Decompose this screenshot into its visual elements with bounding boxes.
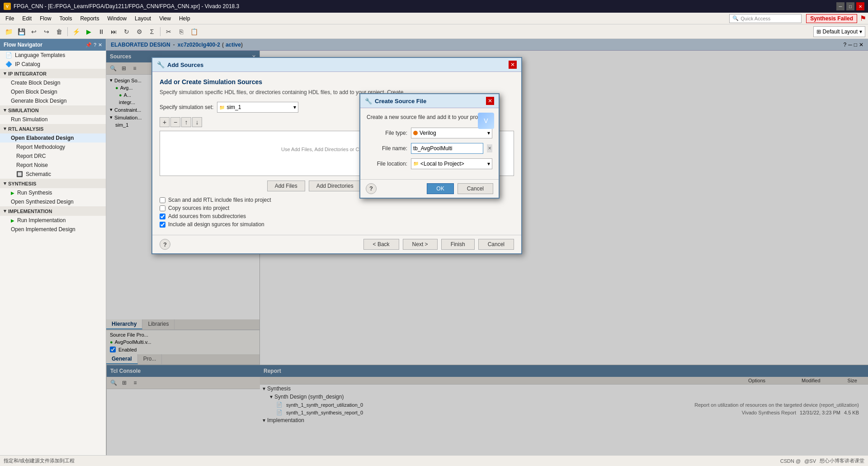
add-sources-close-btn[interactable]: ✕: [509, 61, 517, 69]
sim-set-dropdown[interactable]: 📁 sim_1 ▾: [217, 102, 298, 113]
menu-reports[interactable]: Reports: [76, 14, 103, 23]
ok-button[interactable]: OK: [427, 183, 453, 194]
create-help-btn[interactable]: ?: [366, 183, 377, 194]
create-source-close-btn[interactable]: ✕: [486, 97, 494, 105]
chevron-down-icon: ▾: [4, 71, 6, 76]
toolbar-run-all-btn[interactable]: ⚡: [70, 26, 82, 38]
add-files-button[interactable]: Add Files: [267, 181, 305, 191]
sidebar-item-run-synthesis[interactable]: ▶ Run Synthesis: [0, 188, 106, 197]
status-right-area: CSDN @ @SV 想心小博客讲者课堂: [780, 457, 864, 464]
file-location-dropdown[interactable]: 📁 <Local to Project> ▾: [411, 158, 492, 169]
flow-nav-pin[interactable]: 📌: [85, 42, 92, 48]
sidebar-item-run-sim[interactable]: Run Simulation: [0, 115, 106, 124]
menu-layout[interactable]: Layout: [131, 14, 155, 23]
back-button[interactable]: < Back: [363, 239, 399, 250]
add-sources-subtitle: Add or Create Simulation Sources: [160, 78, 514, 86]
menu-help[interactable]: Help: [175, 14, 194, 23]
status-bar: 指定和/或创建源文件添加到工程 CSDN @ @SV 想心小博客讲者课堂: [0, 455, 868, 466]
move-down-btn[interactable]: ↓: [192, 117, 202, 127]
opt-include-all: Include all design sgurces for simulatio…: [160, 220, 514, 228]
add-subdirs-label: Add sources from subdirectories: [168, 213, 246, 219]
file-name-clear-btn[interactable]: ✕: [487, 144, 492, 152]
sidebar-item-open-block[interactable]: Open Block Design: [0, 87, 106, 96]
add-file-btn[interactable]: +: [160, 117, 170, 127]
sidebar-item-gen-block[interactable]: Generate Block Design: [0, 96, 106, 105]
file-location-label: File location:: [367, 161, 407, 167]
toolbar-open-btn[interactable]: 📁: [3, 26, 14, 38]
toolbar-undo-btn[interactable]: ↩: [28, 26, 40, 38]
menu-flow[interactable]: Flow: [36, 14, 55, 23]
toolbar-settings-btn[interactable]: ⚙: [133, 26, 145, 38]
sidebar-item-open-synth[interactable]: Open Synthesized Design: [0, 197, 106, 206]
minimize-button[interactable]: ─: [836, 2, 844, 10]
quick-access-search[interactable]: 🔍 Quick Access: [729, 14, 802, 23]
flow-nav-close[interactable]: ✕: [98, 42, 102, 48]
add-subdirs-checkbox[interactable]: [160, 214, 165, 219]
chevron-down-icon3: ▾: [4, 126, 6, 132]
simulation-label: SIMULATION: [8, 108, 39, 113]
toolbar-redo-btn[interactable]: ↪: [41, 26, 52, 38]
menu-window[interactable]: Window: [104, 14, 130, 23]
next-button[interactable]: Next >: [403, 239, 438, 250]
toolbar-copy-btn[interactable]: ⎘: [175, 26, 187, 38]
create-source-dialog: 🔧 Create Source File ✕ Create a new sour…: [359, 93, 500, 199]
sidebar-item-schematic[interactable]: 🔲 Schematic: [0, 170, 106, 179]
remove-file-btn[interactable]: −: [170, 117, 180, 127]
sidebar-item-open-impl[interactable]: Open Implemented Design: [0, 225, 106, 234]
sim-set-icon: 📁: [219, 105, 225, 110]
scan-rtl-checkbox[interactable]: [160, 197, 165, 203]
sim-set-value: sim_1: [226, 104, 241, 110]
options-area: Scan and add RTL include files into proj…: [160, 196, 514, 228]
gen-block-label: Generate Block Design: [11, 98, 66, 104]
toolbar-sigma-btn[interactable]: Σ: [146, 26, 158, 38]
cancel-button[interactable]: Cancel: [478, 239, 514, 250]
file-type-chevron: ▾: [487, 130, 490, 136]
ip-integrator-section[interactable]: ▾ IP INTEGRATOR: [0, 69, 106, 78]
toolbar-run-btn[interactable]: ▶: [83, 26, 94, 38]
sidebar-item-report-drc[interactable]: Report DRC: [0, 152, 106, 161]
toolbar-paste-btn[interactable]: 📋: [188, 26, 200, 38]
create-cancel-button[interactable]: Cancel: [458, 183, 493, 194]
menu-view[interactable]: View: [156, 14, 175, 23]
sidebar-item-ip-catalog[interactable]: 🔷 IP Catalog: [0, 60, 106, 69]
synthesis-section[interactable]: ▾ SYNTHESIS: [0, 179, 106, 188]
add-sources-help-btn[interactable]: ?: [160, 239, 170, 250]
toolbar-save-btn[interactable]: 💾: [15, 26, 27, 38]
file-name-input[interactable]: [411, 143, 483, 154]
add-directories-button[interactable]: Add Directories: [309, 181, 361, 191]
sidebar-item-open-elab[interactable]: Open Elaborated Design: [0, 133, 106, 143]
copy-sources-label: Copy sources into project: [168, 205, 229, 211]
simulation-section[interactable]: ▾ SIMULATION: [0, 105, 106, 115]
finish-button[interactable]: Finish: [441, 239, 475, 250]
run-impl-label: Run Implementation: [17, 217, 66, 223]
sidebar-item-create-block[interactable]: Create Block Design: [0, 78, 106, 87]
menu-tools[interactable]: Tools: [56, 14, 75, 23]
maximize-button[interactable]: □: [846, 2, 854, 10]
rtl-analysis-section[interactable]: ▾ RTL ANALYSIS: [0, 124, 106, 133]
toolbar-cut-btn[interactable]: ✂: [163, 26, 175, 38]
close-button[interactable]: ✕: [856, 2, 864, 10]
layout-selector[interactable]: ⊞ Default Layout ▾: [813, 26, 865, 37]
toolbar-step-btn[interactable]: ⏸: [95, 26, 107, 38]
implementation-section[interactable]: ▾ IMPLEMENTATION: [0, 206, 106, 216]
menu-file[interactable]: File: [2, 14, 18, 23]
copy-sources-checkbox[interactable]: [160, 205, 165, 211]
run-synthesis-label: Run Synthesis: [17, 190, 52, 196]
toolbar-delete-btn[interactable]: 🗑: [53, 26, 65, 38]
report-noise-label: Report Noise: [16, 162, 48, 168]
sidebar-item-report-method[interactable]: Report Methodology: [0, 143, 106, 152]
flow-nav-title: Flow Navigator: [4, 42, 42, 48]
include-all-checkbox[interactable]: [160, 222, 165, 228]
move-up-btn[interactable]: ↑: [181, 117, 191, 127]
toolbar-step2-btn[interactable]: ⏭: [108, 26, 120, 38]
flow-nav-help[interactable]: ?: [94, 42, 96, 48]
implementation-label: IMPLEMENTATION: [8, 209, 52, 214]
sidebar-item-run-impl[interactable]: ▶ Run Implementation: [0, 216, 106, 225]
menu-edit[interactable]: Edit: [19, 14, 35, 23]
lang-templates-label: Language Templates: [15, 52, 65, 58]
toolbar-refresh-btn[interactable]: ↻: [121, 26, 132, 38]
file-type-dropdown[interactable]: Verilog ▾: [411, 128, 492, 138]
toolbar-sep1: [67, 27, 68, 36]
sidebar-item-report-noise[interactable]: Report Noise: [0, 161, 106, 170]
sidebar-item-lang-templates[interactable]: 📄 Language Templates: [0, 51, 106, 60]
